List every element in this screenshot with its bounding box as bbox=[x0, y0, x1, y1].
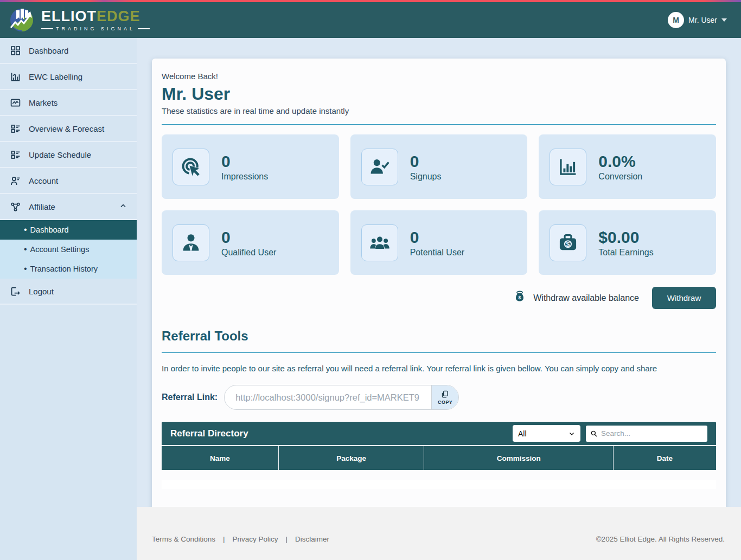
referral-link-row: Referral Link: COPY bbox=[162, 385, 716, 410]
sidebar-item-label: Markets bbox=[29, 98, 58, 107]
stat-value: $0.00 bbox=[598, 228, 653, 246]
footer-links: Terms & Conditions | Privacy Policy | Di… bbox=[152, 535, 329, 543]
stat-label: Conversion bbox=[598, 172, 642, 182]
chevron-down-icon bbox=[721, 18, 727, 22]
divider bbox=[162, 124, 716, 125]
stat-value: 0.0% bbox=[598, 152, 642, 170]
privacy-link[interactable]: Privacy Policy bbox=[233, 535, 278, 543]
bullet-icon: • bbox=[24, 265, 27, 273]
sidebar-item-label: Affiliate bbox=[29, 202, 55, 211]
sidebar: Dashboard EWC Labelling Markets Overview… bbox=[0, 38, 137, 560]
footer-separator: | bbox=[286, 535, 288, 543]
stats-grid: 0 Impressions 0 bbox=[162, 134, 716, 275]
bar-chart-icon bbox=[10, 71, 21, 82]
stat-value: 0 bbox=[221, 228, 276, 246]
app-header: ELLIOTEDGE TRADING SIGNAL M Mr. User bbox=[0, 2, 741, 38]
search-icon bbox=[590, 430, 598, 437]
column-header-commission: Commission bbox=[424, 446, 614, 470]
sidebar-item-account[interactable]: Account bbox=[0, 168, 137, 194]
stat-card-signups: 0 Signups bbox=[350, 134, 528, 199]
affiliate-submenu: • Dashboard • Account Settings • Transac… bbox=[0, 220, 137, 279]
person-icon bbox=[173, 224, 209, 261]
sidebar-item-label: Overview & Forecast bbox=[29, 124, 104, 133]
group-icon bbox=[361, 224, 398, 261]
main-content: Welcome Back! Mr. User These statistics … bbox=[137, 38, 741, 507]
bullet-icon: • bbox=[24, 245, 27, 254]
avatar: M bbox=[668, 12, 684, 28]
submenu-item-account-settings[interactable]: • Account Settings bbox=[0, 240, 137, 259]
stat-card-impressions: 0 Impressions bbox=[162, 134, 339, 199]
sidebar-item-label: EWC Labelling bbox=[29, 72, 82, 81]
brand-logo[interactable]: ELLIOTEDGE TRADING SIGNAL bbox=[8, 5, 150, 35]
bullet-icon: • bbox=[24, 226, 27, 234]
click-icon bbox=[173, 149, 209, 185]
copyright-text: ©2025 Elliot Edge. All Rights Reserved. bbox=[596, 535, 725, 543]
stat-card-conversion: 0.0% Conversion bbox=[539, 134, 716, 199]
referral-tools-title: Referral Tools bbox=[162, 329, 716, 344]
svg-text:$: $ bbox=[519, 295, 521, 300]
footer: Terms & Conditions | Privacy Policy | Di… bbox=[137, 507, 741, 560]
referral-directory-header: Referral Directory All bbox=[162, 422, 716, 445]
person-check-icon bbox=[361, 149, 398, 185]
sidebar-item-dashboard[interactable]: Dashboard bbox=[0, 38, 137, 64]
sidebar-item-label: Update Schedule bbox=[29, 150, 91, 159]
search-box bbox=[586, 426, 707, 442]
submenu-item-label: Transaction History bbox=[30, 265, 98, 273]
terms-link[interactable]: Terms & Conditions bbox=[152, 535, 215, 543]
sidebar-item-label: Logout bbox=[29, 287, 54, 296]
welcome-text: Welcome Back! bbox=[162, 72, 716, 81]
sidebar-item-markets[interactable]: Markets bbox=[0, 90, 137, 116]
brand-logo-icon bbox=[8, 5, 36, 35]
copy-icon bbox=[442, 390, 449, 398]
affiliate-icon bbox=[10, 201, 21, 213]
footer-separator: | bbox=[223, 535, 225, 543]
column-header-package: Package bbox=[279, 446, 425, 470]
filter-select[interactable]: All bbox=[513, 425, 580, 442]
divider bbox=[162, 352, 716, 353]
submenu-item-dashboard[interactable]: • Dashboard bbox=[0, 220, 137, 240]
user-menu[interactable]: M Mr. User bbox=[668, 12, 727, 28]
withdraw-text: Withdraw available balance bbox=[533, 293, 639, 303]
sidebar-item-label: Account bbox=[29, 176, 58, 185]
submenu-item-transaction-history[interactable]: • Transaction History bbox=[0, 259, 137, 279]
svg-text:$: $ bbox=[566, 240, 570, 248]
copy-button[interactable]: COPY bbox=[431, 385, 458, 409]
stat-card-qualified-user: 0 Qualified User bbox=[162, 210, 339, 275]
withdraw-row: $ Withdraw available balance Withdraw bbox=[162, 287, 716, 309]
subtitle-text: These statistics are in real time and up… bbox=[162, 106, 716, 115]
brand-name-primary: ELLIOT bbox=[41, 8, 97, 24]
filter-selected-value: All bbox=[518, 429, 527, 438]
bar-chart-icon bbox=[550, 149, 586, 185]
referral-directory-title: Referral Directory bbox=[170, 428, 513, 439]
stat-value: 0 bbox=[410, 152, 442, 170]
stat-label: Potential User bbox=[410, 248, 465, 258]
column-header-date: Date bbox=[614, 446, 716, 470]
sidebar-item-logout[interactable]: Logout bbox=[0, 279, 137, 305]
chevron-up-icon bbox=[119, 202, 127, 211]
withdraw-button[interactable]: Withdraw bbox=[652, 287, 716, 309]
search-input[interactable] bbox=[601, 429, 703, 437]
money-bag-icon: $ bbox=[513, 290, 527, 306]
account-icon bbox=[10, 175, 21, 186]
referral-link-pill: COPY bbox=[224, 385, 459, 410]
column-header-name: Name bbox=[162, 446, 279, 470]
submenu-item-label: Dashboard bbox=[30, 226, 69, 234]
sidebar-item-label: Dashboard bbox=[29, 46, 68, 55]
sidebar-item-affiliate[interactable]: Affiliate bbox=[0, 194, 137, 220]
disclaimer-link[interactable]: Disclaimer bbox=[295, 535, 329, 543]
submenu-item-label: Account Settings bbox=[30, 245, 90, 254]
brand-name-secondary: EDGE bbox=[97, 8, 140, 24]
stat-value: 0 bbox=[221, 152, 268, 170]
sidebar-item-update-schedule[interactable]: Update Schedule bbox=[0, 142, 137, 168]
dashboard-icon bbox=[10, 45, 21, 56]
stat-card-total-earnings: $ $0.00 Total Earnings bbox=[539, 210, 716, 275]
dashboard-card: Welcome Back! Mr. User These statistics … bbox=[152, 59, 726, 507]
referral-link-input[interactable] bbox=[225, 385, 431, 409]
sidebar-item-overview-forecast[interactable]: Overview & Forecast bbox=[0, 116, 137, 142]
sidebar-item-ewc-labelling[interactable]: EWC Labelling bbox=[0, 64, 137, 90]
stat-label: Qualified User bbox=[221, 248, 276, 258]
logout-icon bbox=[10, 286, 21, 297]
page-title: Mr. User bbox=[162, 84, 716, 104]
referral-link-label: Referral Link: bbox=[162, 392, 218, 402]
stat-value: 0 bbox=[410, 228, 465, 246]
